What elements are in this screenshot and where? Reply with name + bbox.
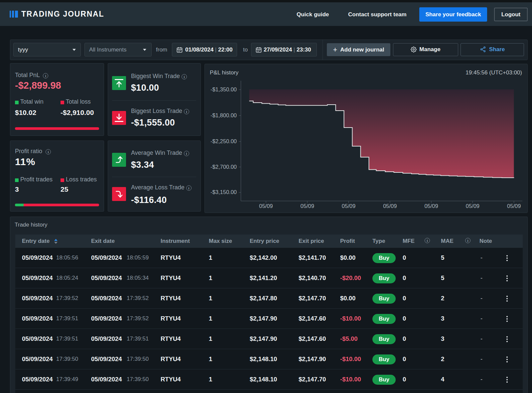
svg-text:05/09: 05/09 [424,203,438,209]
svg-text:-$1,800.00: -$1,800.00 [210,112,237,118]
svg-text:05/09: 05/09 [259,203,273,209]
svg-text:-$1,350.00: -$1,350.00 [210,86,237,92]
svg-text:-$2,700.00: -$2,700.00 [210,164,237,170]
svg-text:05/09: 05/09 [383,203,397,209]
svg-text:05/09: 05/09 [466,203,479,209]
svg-text:-$3,150.00: -$3,150.00 [210,189,237,195]
svg-text:05/09: 05/09 [301,203,314,209]
svg-text:05/09: 05/09 [507,203,521,209]
svg-text:-$2,250.00: -$2,250.00 [210,138,237,144]
svg-text:05/09: 05/09 [342,203,355,209]
